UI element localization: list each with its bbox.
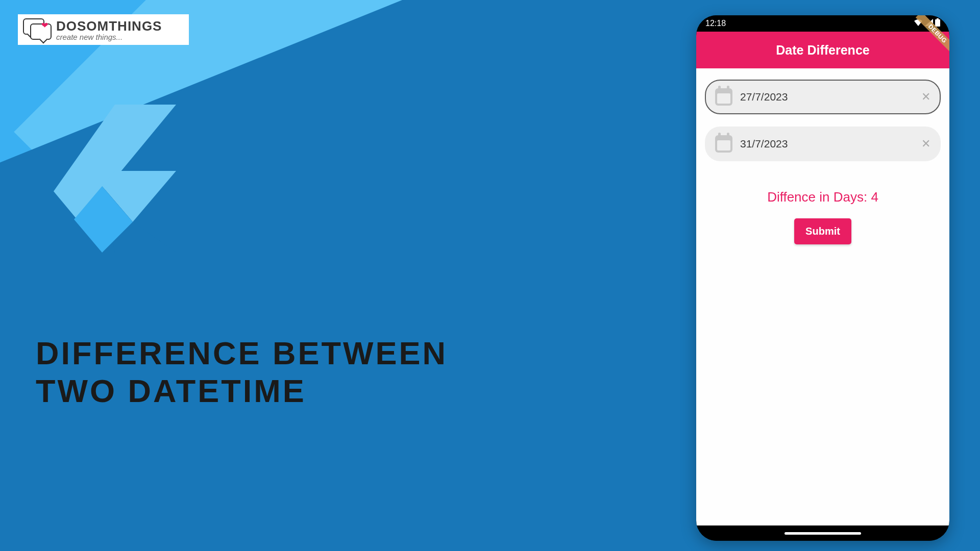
status-bar: 12:18 (696, 15, 949, 32)
phone-frame: 12:18 DEBUG Date Difference 27/7/2023 ✕ … (696, 15, 949, 541)
date-start-value: 27/7/2023 (740, 91, 914, 103)
date-field-start[interactable]: 27/7/2023 ✕ (705, 80, 941, 114)
logo-speech-icon: ❤ (23, 18, 51, 41)
slide-title: DIFFERENCE BETWEEN TWO DATETIME (36, 334, 448, 410)
app-bar-title: Date Difference (776, 43, 869, 58)
slide-title-line1: DIFFERENCE BETWEEN (36, 334, 448, 372)
nav-home-pill[interactable] (785, 532, 861, 535)
calendar-icon (715, 88, 732, 106)
status-time: 12:18 (705, 19, 726, 28)
nav-bar (696, 525, 949, 541)
submit-button[interactable]: Submit (794, 218, 851, 244)
svg-rect-4 (935, 19, 940, 27)
date-field-end[interactable]: 31/7/2023 ✕ (705, 127, 941, 161)
clear-end-icon[interactable]: ✕ (921, 137, 930, 151)
result-text: Diffence in Days: 4 (705, 189, 941, 205)
svg-rect-5 (937, 18, 939, 19)
logo-tagline: create new things... (56, 33, 162, 41)
app-body: 27/7/2023 ✕ 31/7/2023 ✕ Diffence in Days… (696, 68, 949, 525)
logo-card: ❤ DOSOMTHINGS create new things... (18, 14, 189, 45)
heart-icon: ❤ (41, 20, 48, 30)
logo-title: DOSOMTHINGS (56, 18, 162, 34)
slide-title-line2: TWO DATETIME (36, 372, 448, 410)
app-bar: Date Difference (696, 32, 949, 68)
calendar-icon (715, 135, 732, 153)
clear-start-icon[interactable]: ✕ (921, 90, 930, 104)
date-end-value: 31/7/2023 (740, 138, 914, 150)
flutter-logo-icon (54, 105, 176, 253)
